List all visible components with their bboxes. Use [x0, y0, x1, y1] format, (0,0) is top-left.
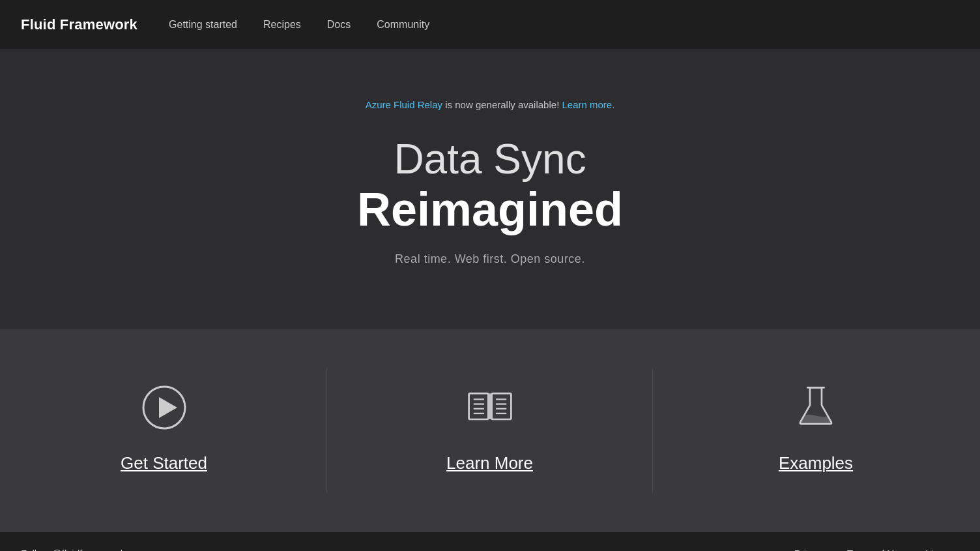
footer-terms-link[interactable]: Terms of Use	[847, 548, 904, 551]
play-icon	[138, 381, 190, 434]
hero-subtitle: Real time. Web first. Open source.	[395, 252, 585, 266]
hero-title: Data Sync Reimagined	[357, 136, 623, 236]
navbar: Fluid Framework Getting started Recipes …	[0, 0, 980, 49]
nav-link-getting-started[interactable]: Getting started	[169, 19, 237, 30]
nav-item-getting-started[interactable]: Getting started	[169, 19, 237, 31]
hero-title-line2: Reimagined	[357, 183, 623, 237]
svg-rect-3	[491, 393, 511, 419]
book-icon	[464, 381, 516, 434]
footer: Follow @fluidframework Privacy Terms of …	[0, 532, 980, 551]
footer-follow-text: Follow @fluidframework	[21, 548, 125, 551]
get-started-link[interactable]: Get Started	[121, 453, 207, 473]
card-learn-more: Learn More	[327, 368, 653, 493]
nav-links: Getting started Recipes Docs Community	[169, 19, 429, 31]
azure-fluid-relay-link[interactable]: Azure Fluid Relay	[366, 99, 442, 110]
beaker-icon	[790, 381, 842, 434]
card-examples: Examples	[653, 368, 979, 493]
hero-announcement: Azure Fluid Relay is now generally avail…	[366, 99, 615, 110]
hero-title-line1: Data Sync	[357, 136, 623, 182]
nav-link-community[interactable]: Community	[377, 19, 429, 30]
svg-marker-1	[159, 397, 177, 418]
svg-rect-2	[468, 393, 488, 419]
footer-license-link[interactable]: License	[925, 548, 959, 551]
nav-item-community[interactable]: Community	[377, 19, 429, 31]
learn-more-link[interactable]: Learn More	[446, 453, 533, 473]
examples-link[interactable]: Examples	[779, 453, 853, 473]
nav-item-docs[interactable]: Docs	[327, 19, 351, 31]
card-get-started: Get Started	[1, 368, 327, 493]
nav-link-recipes[interactable]: Recipes	[263, 19, 301, 30]
footer-privacy-link[interactable]: Privacy	[794, 548, 826, 551]
nav-link-docs[interactable]: Docs	[327, 19, 351, 30]
site-logo[interactable]: Fluid Framework	[21, 16, 137, 33]
hero-section: Azure Fluid Relay is now generally avail…	[0, 49, 980, 329]
cards-section: Get Started	[0, 329, 980, 532]
nav-item-recipes[interactable]: Recipes	[263, 19, 301, 31]
learn-more-link-announcement[interactable]: Learn more.	[562, 99, 614, 110]
announcement-text: is now generally available!	[442, 99, 562, 110]
footer-links: Privacy Terms of Use License	[794, 548, 959, 551]
